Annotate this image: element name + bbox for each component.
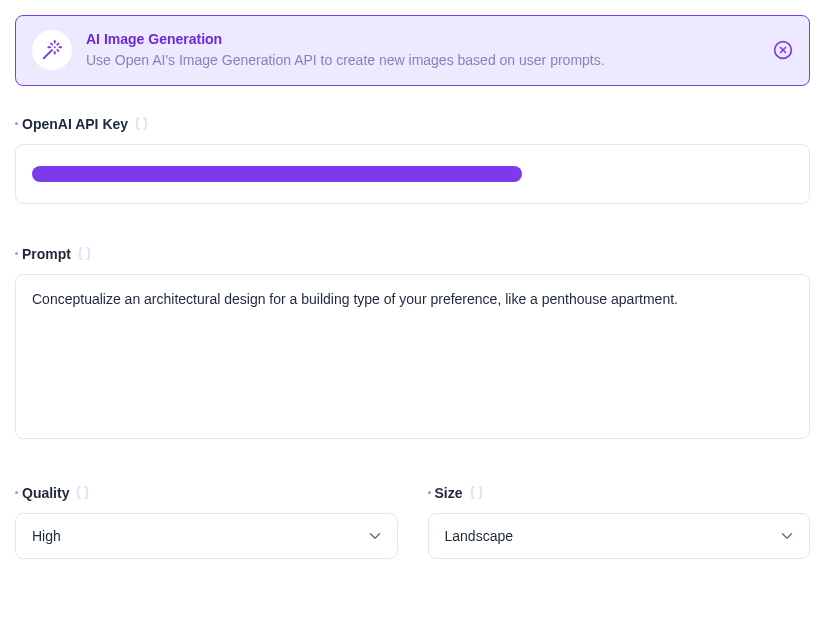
field-prompt: Prompt bbox=[15, 246, 810, 443]
braces-icon[interactable] bbox=[77, 246, 92, 261]
quality-select[interactable]: High bbox=[15, 513, 398, 559]
bullet-dot bbox=[15, 491, 18, 494]
braces-icon[interactable] bbox=[134, 116, 149, 131]
bullet-dot bbox=[15, 122, 18, 125]
braces-icon[interactable] bbox=[469, 485, 484, 500]
close-circle-icon bbox=[773, 40, 793, 60]
prompt-textarea[interactable] bbox=[15, 274, 810, 439]
quality-label: Quality bbox=[22, 485, 69, 501]
close-button[interactable] bbox=[773, 40, 793, 60]
size-label: Size bbox=[435, 485, 463, 501]
bullet-dot bbox=[15, 252, 18, 255]
banner-icon-wrap bbox=[32, 30, 72, 70]
banner-text: AI Image Generation Use Open AI's Image … bbox=[86, 30, 759, 71]
field-api-key: OpenAI API Key bbox=[15, 116, 810, 204]
magic-wand-icon bbox=[41, 39, 63, 61]
field-row-quality-size: Quality High Size Landscape bbox=[15, 485, 810, 559]
braces-icon[interactable] bbox=[75, 485, 90, 500]
label-row: Size bbox=[428, 485, 811, 501]
quality-select-wrap: High bbox=[15, 513, 398, 559]
field-size: Size Landscape bbox=[428, 485, 811, 559]
redacted-api-key bbox=[32, 166, 522, 182]
size-select[interactable]: Landscape bbox=[428, 513, 811, 559]
field-quality: Quality High bbox=[15, 485, 398, 559]
api-key-input[interactable] bbox=[15, 144, 810, 204]
bullet-dot bbox=[428, 491, 431, 494]
prompt-label: Prompt bbox=[22, 246, 71, 262]
banner-description: Use Open AI's Image Generation API to cr… bbox=[86, 50, 759, 71]
info-banner: AI Image Generation Use Open AI's Image … bbox=[15, 15, 810, 86]
label-row: Prompt bbox=[15, 246, 810, 262]
api-key-label: OpenAI API Key bbox=[22, 116, 128, 132]
banner-title: AI Image Generation bbox=[86, 30, 759, 50]
size-select-wrap: Landscape bbox=[428, 513, 811, 559]
label-row: Quality bbox=[15, 485, 398, 501]
label-row: OpenAI API Key bbox=[15, 116, 810, 132]
